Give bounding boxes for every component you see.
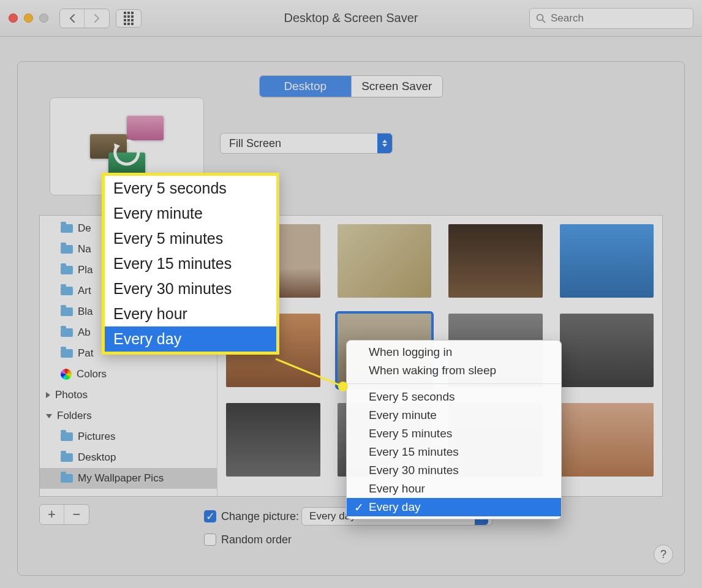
svg-line-1 — [543, 20, 546, 23]
folder-icon — [61, 245, 73, 254]
close-window-button[interactable] — [9, 13, 18, 23]
disclosure-right-icon — [46, 392, 50, 398]
stepper-icon — [377, 134, 392, 153]
sidebar-item-desktop[interactable]: Desktop — [40, 447, 217, 468]
tab-screensaver[interactable]: Screen Saver — [352, 76, 443, 97]
search-input[interactable] — [551, 12, 687, 24]
disclosure-down-icon — [46, 414, 52, 418]
folder-icon — [61, 328, 73, 337]
interval-menu[interactable]: When logging in When waking from sleep E… — [346, 340, 562, 519]
tab-desktop[interactable]: Desktop — [260, 76, 352, 97]
callout-zoom: Every 5 seconds Every minute Every 5 min… — [102, 173, 279, 355]
window-controls — [9, 13, 48, 23]
folder-icon — [61, 349, 73, 358]
folder-icon — [61, 224, 73, 233]
menu-item[interactable]: Every 30 minutes — [347, 461, 561, 480]
menu-item[interactable]: Every hour — [347, 480, 561, 498]
menu-item[interactable]: Every 5 minutes — [347, 424, 561, 443]
callout-item: Every minute — [105, 201, 276, 226]
help-button[interactable]: ? — [654, 545, 673, 564]
fill-mode-label: Fill Screen — [229, 137, 281, 150]
search-icon — [536, 13, 546, 23]
menu-item-when-logging-in[interactable]: When logging in — [347, 343, 561, 361]
thumbnail[interactable] — [226, 403, 320, 477]
add-folder-button[interactable]: + — [40, 505, 64, 524]
sidebar-item-pictures[interactable]: Pictures — [40, 426, 217, 447]
grid-icon — [124, 12, 134, 25]
folder-icon — [61, 287, 73, 295]
folder-icon — [61, 474, 73, 483]
thumbnail[interactable] — [560, 224, 654, 298]
fill-mode-select[interactable]: Fill Screen — [220, 133, 393, 154]
svg-point-0 — [537, 14, 543, 20]
callout-item: Every 15 minutes — [105, 251, 276, 276]
change-picture-label: Change picture: — [221, 510, 299, 523]
menu-item-when-waking[interactable]: When waking from sleep — [347, 361, 561, 380]
callout-item: Every 30 minutes — [105, 276, 276, 301]
menu-separator — [347, 383, 561, 384]
rotate-arrows-icon — [111, 137, 142, 168]
nav-buttons — [59, 9, 110, 28]
show-all-button[interactable] — [116, 9, 142, 28]
callout-item: Every 5 minutes — [105, 226, 276, 251]
folder-icon — [61, 307, 73, 316]
remove-folder-button[interactable]: − — [64, 505, 89, 524]
thumbnail[interactable] — [338, 224, 432, 298]
folder-icon — [61, 432, 73, 441]
menu-item[interactable]: Every minute — [347, 406, 561, 424]
search-field[interactable] — [529, 8, 693, 29]
thumbnail[interactable] — [560, 314, 654, 387]
menu-item[interactable]: Every 15 minutes — [347, 443, 561, 461]
folder-icon — [61, 453, 73, 462]
thumbnail[interactable] — [448, 224, 543, 298]
titlebar: Desktop & Screen Saver — [0, 0, 702, 37]
callout-item: Every 5 seconds — [105, 176, 276, 201]
sidebar-group-photos[interactable]: Photos — [40, 385, 217, 405]
zoom-window-button[interactable] — [39, 13, 48, 23]
menu-item-selected[interactable]: Every day — [347, 498, 561, 516]
add-remove-buttons: + − — [39, 504, 89, 525]
callout-item: Every hour — [105, 301, 276, 326]
random-order-checkbox[interactable] — [204, 533, 216, 546]
minimize-window-button[interactable] — [24, 13, 33, 23]
forward-button[interactable] — [85, 9, 109, 28]
back-button[interactable] — [60, 9, 85, 28]
random-order-label: Random order — [221, 533, 292, 546]
menu-item[interactable]: Every 5 seconds — [347, 388, 561, 406]
folder-icon — [61, 266, 73, 274]
colorwheel-icon — [61, 369, 72, 380]
change-picture-checkbox[interactable]: ✓ — [204, 510, 216, 522]
sidebar-item-colors[interactable]: Colors — [40, 364, 217, 385]
thumbnail[interactable] — [560, 403, 654, 477]
callout-item-selected: Every day — [105, 326, 276, 352]
tab-segment: Desktop Screen Saver — [259, 75, 443, 97]
sidebar-group-folders[interactable]: Folders — [40, 405, 217, 426]
sidebar-item-my-wallpaper[interactable]: My Wallpaper Pics — [40, 468, 217, 489]
